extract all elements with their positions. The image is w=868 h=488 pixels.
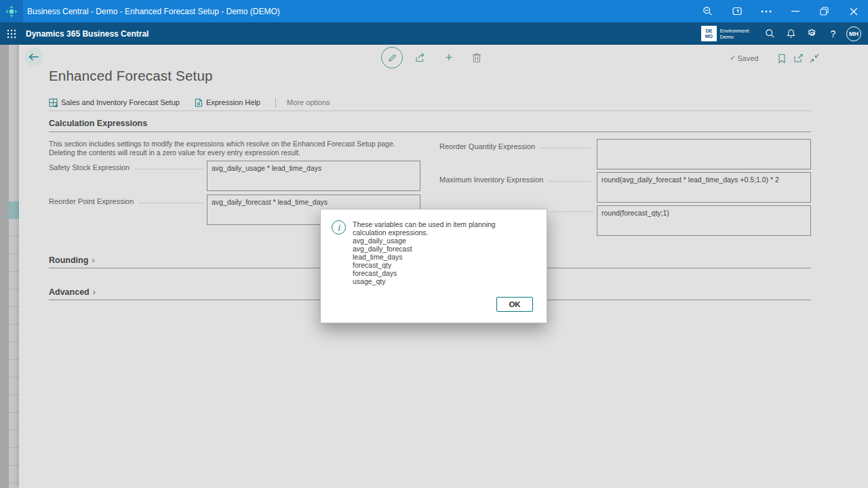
reorder-quantity-expression-input[interactable] [597, 139, 811, 169]
ribbon-divider [49, 110, 811, 111]
app-window: Business Central - Demo - Enhanced Forec… [0, 0, 868, 488]
safety-stock-expression-input[interactable]: avg_daily_usage * lead_time_days [207, 161, 420, 191]
menu-sales-inventory-forecast-setup[interactable]: Sales and Inventory Forecast Setup [49, 98, 180, 107]
background-page-edge [0, 45, 9, 488]
collapse-icon[interactable] [808, 52, 821, 64]
page-title: Enhanced Forecast Setup [49, 68, 213, 84]
browser-more-icon[interactable] [751, 0, 781, 22]
saved-status-label: Saved [737, 54, 758, 62]
dotted-leader [139, 203, 204, 203]
dotted-leader [551, 211, 593, 212]
rounding-section-header[interactable]: Rounding › [49, 255, 95, 265]
reorder-quantity-label: Reorder Quantity Expression [439, 142, 593, 150]
dialog-message: These variables can be used in item plan… [353, 220, 525, 285]
zoom-icon[interactable] [693, 0, 722, 22]
dialog-variable-list: avg_daily_usage avg_daily_forecast lead_… [353, 237, 525, 285]
open-in-window-icon[interactable] [792, 52, 804, 64]
setup-grid-icon [49, 98, 58, 107]
reorder-point-label: Reorder Point Expression [49, 197, 207, 205]
field-label-text: Reorder Point Expression [49, 197, 134, 205]
close-icon[interactable] [839, 0, 868, 22]
bookmark-icon[interactable] [776, 52, 788, 64]
menu-more-options[interactable]: More options [287, 98, 330, 106]
variable-item: avg_daily_usage [353, 237, 525, 245]
restore-icon[interactable] [810, 0, 839, 22]
variable-item: forecast_days [353, 269, 525, 277]
delete-button[interactable] [470, 47, 484, 68]
info-icon: i [332, 220, 346, 235]
action-ribbon: Sales and Inventory Forecast Setup Expre… [49, 96, 345, 108]
safety-stock-label: Safety Stock Expression [49, 163, 207, 171]
document-help-icon [195, 98, 203, 107]
variables-info-dialog: i These variables can be used in item pl… [320, 209, 547, 323]
background-row-lines [9, 219, 19, 488]
app-brand-name[interactable]: Dynamics 365 Business Central [26, 29, 149, 39]
window-title: Business Central - Demo - Enhanced Forec… [27, 7, 280, 16]
saved-status: ✓ Saved [730, 54, 758, 62]
help-icon[interactable]: ? [823, 22, 844, 45]
variable-item: lead_time_days [353, 253, 525, 261]
variable-item: usage_qty [353, 277, 525, 285]
maximum-inventory-expression-input[interactable]: round(avg_daily_forecast * lead_time_day… [597, 172, 811, 203]
background-list-rows [9, 45, 19, 488]
environment-badge-line1: DE [705, 28, 712, 34]
minimize-icon[interactable] [781, 0, 810, 22]
check-icon: ✓ [730, 54, 736, 62]
menu-expression-help[interactable]: Expression Help [195, 98, 260, 107]
d365-navbar: Dynamics 365 Business Central DE MO Envi… [0, 22, 868, 45]
dotted-leader [540, 148, 591, 148]
back-button[interactable] [24, 47, 43, 66]
window-titlebar: Business Central - Demo - Enhanced Forec… [0, 0, 868, 22]
environment-text: Environment: Demo [720, 28, 750, 40]
dotted-leader [549, 181, 591, 182]
field-label-text: Reorder Quantity Expression [439, 142, 535, 150]
chevron-right-icon: › [92, 255, 94, 265]
background-selected-row [9, 201, 19, 219]
menu-label: Expression Help [206, 98, 260, 106]
environment-label: Environment: [720, 28, 750, 34]
share-button[interactable] [414, 47, 427, 68]
forecast-expression-input[interactable]: round(forecast_qty;1) [597, 205, 811, 236]
section-divider [49, 131, 811, 132]
environment-badge-line2: MO [705, 34, 713, 39]
field-label-text: Maximum Inventory Expression [439, 176, 543, 184]
avatar[interactable]: MH [846, 26, 861, 41]
variable-item: forecast_qty [353, 261, 525, 269]
menu-label: Sales and Inventory Forecast Setup [61, 98, 180, 106]
settings-gear-icon[interactable] [802, 22, 823, 45]
search-icon[interactable] [760, 22, 781, 45]
field-label-text: Safety Stock Expression [49, 163, 130, 171]
business-central-app-icon [0, 0, 23, 22]
chevron-right-icon: › [93, 287, 96, 297]
advanced-section-header[interactable]: Advanced › [49, 287, 96, 297]
maximum-inventory-label: Maximum Inventory Expression [439, 175, 593, 184]
edit-mode-button[interactable] [381, 47, 403, 68]
ribbon-separator [275, 98, 276, 108]
calculation-expressions-heading: Calculation Expressions [49, 119, 147, 128]
dotted-leader [135, 169, 204, 169]
dialog-message-text: These variables can be used in item plan… [353, 220, 525, 237]
section-description: This section includes settings to modify… [49, 140, 420, 157]
environment-badge[interactable]: DE MO [701, 26, 717, 41]
rounding-section-label: Rounding [49, 256, 88, 265]
ok-button[interactable]: OK [496, 297, 533, 312]
app-launcher-icon[interactable] [0, 22, 23, 45]
environment-name: Demo [720, 34, 750, 40]
advanced-section-label: Advanced [49, 287, 90, 297]
menu-label: More options [287, 98, 330, 106]
notifications-bell-icon[interactable] [781, 22, 802, 45]
variable-item: avg_daily_forecast [353, 245, 525, 253]
tab-preview-icon[interactable] [722, 0, 751, 22]
new-button[interactable]: + [442, 47, 456, 68]
